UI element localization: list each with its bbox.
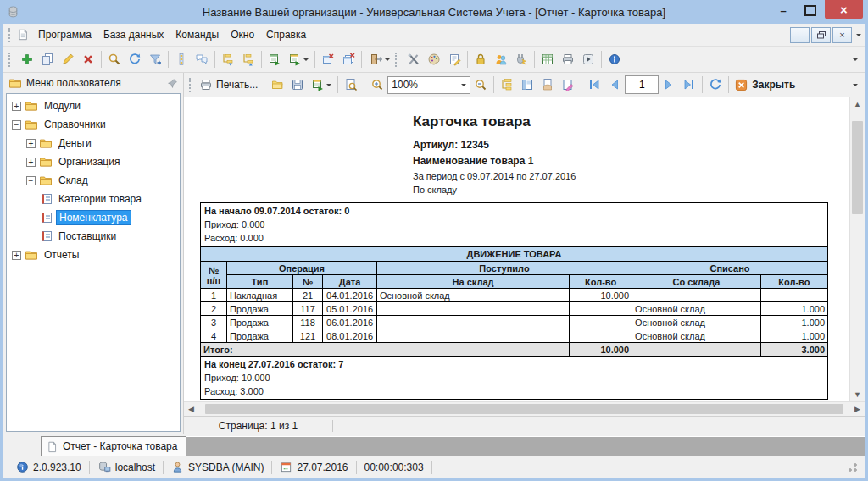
tree-item-moduli[interactable]: + Модули: [7, 97, 180, 115]
toolbar-overflow-caret[interactable]: [853, 58, 858, 61]
toolbar-grip[interactable]: [8, 53, 13, 67]
watermark-icon[interactable]: [537, 75, 558, 95]
close-window-icon[interactable]: [318, 49, 338, 69]
preview-icon[interactable]: [341, 75, 361, 95]
thumbnails-icon[interactable]: [517, 75, 537, 95]
vertical-scroll-thumb[interactable]: [852, 121, 863, 214]
outline-icon[interactable]: [497, 75, 517, 95]
tree-item-label[interactable]: Справочники: [42, 118, 108, 131]
tree-item-label[interactable]: Модули: [42, 99, 83, 113]
close-report-button[interactable]: Закрыть: [732, 77, 802, 93]
export-excel-menu-icon[interactable]: [285, 49, 312, 69]
tree-item-label[interactable]: Категории товара: [56, 192, 144, 206]
report-toolbar-grip[interactable]: [189, 78, 193, 92]
close-all-windows-icon[interactable]: [338, 49, 359, 69]
mdi-minimize-button[interactable]: –: [790, 27, 810, 43]
comments-icon[interactable]: [192, 49, 212, 69]
tree-item-nomenklatura[interactable]: Номенклатура: [7, 208, 180, 227]
tree-item-sklad[interactable]: − Склад: [7, 171, 180, 190]
expand-tree-icon[interactable]: [218, 49, 238, 69]
expand-icon[interactable]: +: [26, 139, 36, 148]
page-edit-icon[interactable]: [558, 75, 578, 95]
last-page-icon[interactable]: [679, 75, 699, 95]
scroll-left-icon[interactable]: ◀: [184, 405, 198, 413]
horizontal-scroll-thumb[interactable]: [205, 404, 843, 414]
vertical-scrollbar[interactable]: ▲ ▼: [849, 97, 865, 401]
settings-note-icon[interactable]: [444, 49, 465, 69]
refresh-report-icon[interactable]: [705, 75, 726, 95]
tree-item-label[interactable]: Поставщики: [56, 229, 119, 243]
menu-commands[interactable]: Команды: [170, 26, 225, 43]
mdi-menu-caret[interactable]: [856, 34, 861, 36]
scroll-right-icon[interactable]: ▶: [850, 405, 865, 413]
close-button[interactable]: ×: [825, 0, 863, 19]
export-report-icon[interactable]: [308, 75, 335, 95]
tree-item-dengi[interactable]: + Деньги: [7, 134, 180, 152]
zoom-combo-caret[interactable]: [461, 84, 466, 86]
collapse-tree-icon[interactable]: [238, 49, 259, 69]
report-toolbar-overflow-caret[interactable]: [853, 84, 858, 86]
refresh-icon[interactable]: [125, 49, 145, 69]
zoom-in-icon[interactable]: [367, 75, 387, 95]
users-icon[interactable]: [491, 49, 511, 69]
tools-icon[interactable]: [403, 49, 424, 69]
horizontal-scrollbar[interactable]: ◀ ▶: [184, 401, 865, 416]
export-excel-icon[interactable]: [264, 49, 285, 69]
add-icon[interactable]: [17, 49, 37, 69]
minimize-button[interactable]: –: [771, 0, 796, 20]
zoom-out-icon[interactable]: [470, 75, 491, 95]
expand-icon[interactable]: +: [12, 251, 21, 260]
delete-icon[interactable]: [78, 49, 98, 69]
tree-item-label[interactable]: Деньги: [56, 136, 94, 150]
scroll-up-icon[interactable]: ▲: [850, 97, 865, 111]
tree-item-postavshiki[interactable]: Поставщики: [7, 227, 180, 246]
copy-icon[interactable]: [37, 49, 58, 69]
tree-item-label-selected[interactable]: Номенклатура: [56, 210, 131, 225]
print-icon[interactable]: [558, 49, 578, 69]
maximize-button[interactable]: [798, 0, 823, 20]
next-page-icon[interactable]: [659, 75, 679, 95]
tab-report-card[interactable]: Отчет - Карточка товара: [41, 436, 186, 456]
first-page-icon[interactable]: [584, 75, 604, 95]
tree-item-otchety[interactable]: + Отчеты: [7, 246, 180, 264]
menu-window[interactable]: Окно: [225, 26, 260, 43]
tree-item-label[interactable]: Склад: [56, 174, 91, 187]
tree-item-organizacia[interactable]: + Организация: [7, 152, 180, 171]
zoom-level-combo[interactable]: 100%: [387, 76, 470, 94]
power-icon[interactable]: [511, 49, 531, 69]
edit-icon[interactable]: [58, 49, 78, 69]
palette-icon[interactable]: [424, 49, 444, 69]
expand-icon[interactable]: +: [12, 102, 21, 111]
collapse-icon[interactable]: −: [12, 120, 21, 130]
expand-icon[interactable]: +: [26, 158, 36, 167]
play-icon[interactable]: [578, 49, 598, 69]
menu-help[interactable]: Справка: [260, 26, 312, 43]
print-report-icon[interactable]: [198, 75, 214, 95]
filter-icon[interactable]: [145, 49, 165, 69]
tree-item-label[interactable]: Организация: [56, 155, 122, 169]
save-icon[interactable]: [287, 75, 308, 95]
toolbar-grip-2[interactable]: [395, 53, 399, 67]
menu-program[interactable]: Программа: [32, 26, 97, 43]
scroll-down-icon[interactable]: ▼: [850, 388, 865, 401]
exit-icon[interactable]: [364, 49, 393, 69]
mdi-restore-button[interactable]: [811, 27, 831, 43]
info-icon[interactable]: [604, 49, 625, 69]
tree-item-label[interactable]: Отчеты: [42, 248, 81, 262]
print-button[interactable]: Печать...: [216, 79, 258, 91]
pin-icon[interactable]: [167, 78, 178, 89]
mdi-close-button[interactable]: ×: [832, 27, 852, 43]
resize-grip[interactable]: [848, 462, 858, 473]
collapse-icon[interactable]: −: [26, 176, 36, 185]
grid-icon[interactable]: [537, 49, 558, 69]
menubar-grip[interactable]: [8, 28, 13, 42]
prev-page-icon[interactable]: [604, 75, 625, 95]
open-icon[interactable]: [267, 75, 287, 95]
tree-item-kategorii-tovara[interactable]: Категории товара: [7, 190, 180, 208]
menu-database[interactable]: База данных: [97, 26, 170, 43]
tree-item-spravochniki[interactable]: − Справочники: [7, 115, 180, 134]
lock-icon[interactable]: [470, 49, 491, 69]
columns-icon[interactable]: [171, 49, 192, 69]
search-icon[interactable]: [104, 49, 125, 69]
page-number-input[interactable]: [625, 75, 659, 94]
